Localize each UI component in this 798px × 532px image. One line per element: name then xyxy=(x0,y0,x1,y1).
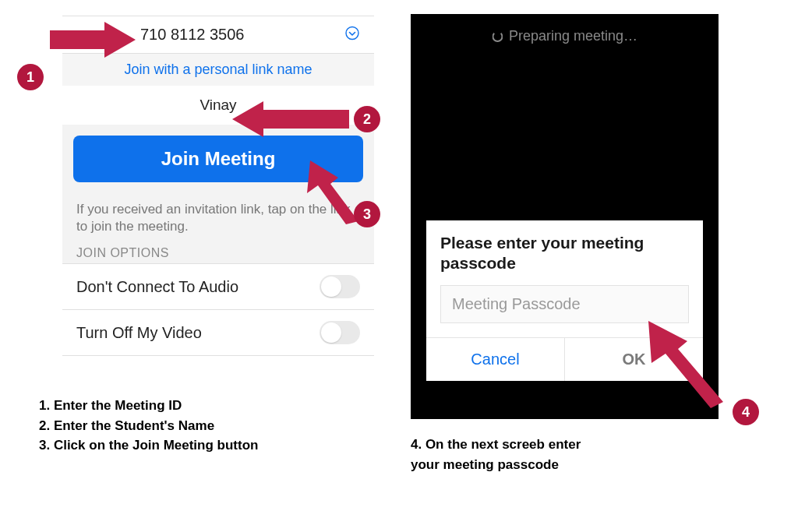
dont-connect-audio-row: Don't Connect To Audio xyxy=(62,263,374,309)
option-video-label: Turn Off My Video xyxy=(76,324,202,342)
option-audio-label: Don't Connect To Audio xyxy=(76,278,238,296)
instruction-line-4a: 4. On the next screeb enter xyxy=(411,435,581,455)
instruction-line-2: 2. Enter the Student's Name xyxy=(39,416,258,436)
annotation-badge-4: 4 xyxy=(733,399,759,425)
instructions-left: 1. Enter the Meeting ID 2. Enter the Stu… xyxy=(39,396,258,456)
meeting-id-value: 710 8112 3506 xyxy=(140,26,244,44)
passcode-dialog-title: Please enter your meeting passcode xyxy=(426,220,703,285)
spinner-icon xyxy=(492,31,503,42)
preparing-label: Preparing meeting… xyxy=(509,28,637,44)
turn-off-video-row: Turn Off My Video xyxy=(62,309,374,356)
instruction-line-1: 1. Enter the Meeting ID xyxy=(39,396,258,416)
svg-marker-2 xyxy=(232,101,349,137)
svg-marker-4 xyxy=(648,321,723,408)
chevron-down-icon[interactable] xyxy=(344,25,360,44)
annotation-badge-1: 1 xyxy=(17,64,44,90)
svg-marker-1 xyxy=(50,22,136,58)
cancel-button[interactable]: Cancel xyxy=(426,338,565,381)
personal-link-text: Join with a personal link name xyxy=(124,62,312,77)
annotation-arrow-2 xyxy=(232,101,349,137)
instructions-right: 4. On the next screeb enter your meeting… xyxy=(411,435,581,474)
annotation-arrow-1 xyxy=(50,22,136,58)
personal-link-name-link[interactable]: Join with a personal link name xyxy=(62,54,374,86)
audio-toggle[interactable] xyxy=(320,275,360,298)
instruction-line-4b: your meeting passcode xyxy=(411,455,581,475)
display-name-value: Vinay xyxy=(200,97,236,113)
join-options-label: JOIN OPTIONS xyxy=(62,240,374,263)
svg-marker-3 xyxy=(307,160,358,224)
annotation-badge-2: 2 xyxy=(354,106,380,132)
annotation-badge-3: 3 xyxy=(354,201,380,227)
svg-point-0 xyxy=(346,26,358,39)
instruction-line-3: 3. Click on the Join Meeting button xyxy=(39,435,258,456)
annotation-arrow-4 xyxy=(639,318,733,411)
video-toggle[interactable] xyxy=(320,321,360,344)
preparing-status: Preparing meeting… xyxy=(492,28,637,44)
